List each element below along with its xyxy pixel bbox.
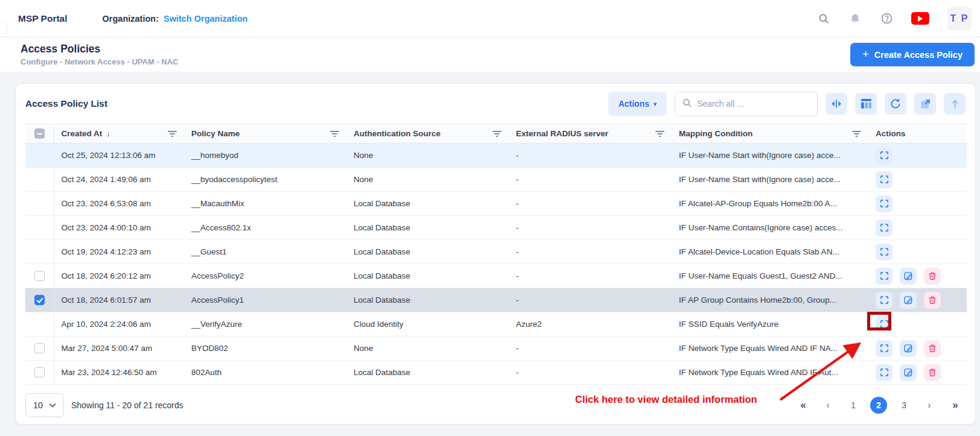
cell-policy-name: __Access802.1x — [184, 216, 346, 240]
columns-icon[interactable] — [855, 93, 877, 115]
cell-auth-source: None — [346, 144, 509, 168]
refresh-icon[interactable] — [885, 93, 906, 115]
sort-desc-icon[interactable]: ↓ — [106, 129, 110, 138]
search-all-input[interactable] — [697, 99, 810, 109]
cell-created-at: Oct 24, 2024 1:49:06 am — [54, 168, 184, 192]
cell-mapping-condition: IF User-Name Start with(Ignore case) acc… — [672, 168, 868, 192]
expand-policy-button[interactable] — [876, 268, 892, 285]
expand-policy-button[interactable] — [876, 171, 892, 188]
pagination-page-1[interactable]: 1 — [845, 397, 862, 414]
access-policy-list-card: Access Policy List Actions▾ — [15, 83, 976, 425]
row-checkbox[interactable] — [34, 367, 45, 378]
cell-auth-source: None — [346, 336, 509, 361]
edit-policy-button[interactable] — [900, 292, 917, 309]
pagination-prev[interactable]: ‹ — [819, 397, 836, 414]
table-row[interactable]: Apr 10, 2024 2:24:06 am __VerifyAzure Cl… — [25, 312, 967, 336]
table-row[interactable]: Oct 23, 2024 6:53:08 am __MacauthMix Loc… — [25, 192, 967, 216]
plus-icon: + — [862, 48, 869, 61]
filter-icon[interactable] — [655, 130, 664, 137]
table-row[interactable]: Mar 27, 2024 5:00:47 am BYOD802 None - I… — [25, 336, 967, 361]
export-icon[interactable] — [944, 93, 966, 115]
pagination-page-2[interactable]: 2 — [870, 397, 887, 414]
filter-icon[interactable] — [330, 130, 339, 137]
cell-created-at: Mar 27, 2024 5:00:47 am — [54, 336, 184, 361]
create-access-policy-button[interactable]: + Create Access Policy — [850, 43, 975, 66]
title-strip: Access Policies Configure - Network Acce… — [0, 37, 980, 72]
cell-auth-source: Local Database — [346, 288, 509, 312]
actions-dropdown-button[interactable]: Actions▾ — [608, 92, 667, 116]
table-row[interactable]: Oct 19, 2024 4:12:23 am __Guest1 Local D… — [25, 240, 967, 264]
fit-columns-icon[interactable] — [826, 93, 847, 115]
breadcrumb: Configure - Network Access - UPAM - NAC — [21, 57, 178, 66]
policy-table-body: Oct 25, 2024 12:13:06 am __homebyod None… — [25, 144, 967, 385]
table-row[interactable]: Oct 18, 2024 6:01:57 am AccessPolicy1 Lo… — [25, 288, 967, 312]
sidebar-collapsed-edge[interactable] — [0, 22, 7, 37]
filter-icon[interactable] — [852, 130, 861, 137]
expand-policy-button[interactable] — [876, 292, 892, 309]
cell-policy-name: __Guest1 — [184, 240, 346, 264]
cell-auth-source: None — [346, 168, 509, 192]
edit-policy-button[interactable] — [900, 364, 917, 381]
row-checkbox[interactable] — [34, 295, 45, 305]
pagination: «‹123›» — [794, 397, 963, 414]
delete-policy-button[interactable] — [924, 340, 941, 357]
col-created-at: Created At — [62, 129, 103, 138]
chevron-down-icon — [49, 403, 56, 408]
cell-auth-source: Local Database — [346, 264, 509, 288]
cell-policy-name: BYOD802 — [184, 336, 346, 361]
expand-policy-button[interactable] — [876, 244, 892, 261]
cell-mapping-condition: IF User-Name Equals Guest1, Guest2 AND..… — [672, 264, 868, 288]
delete-policy-button[interactable] — [924, 364, 941, 381]
youtube-icon[interactable] — [911, 12, 929, 25]
select-all-checkbox[interactable] — [34, 128, 45, 139]
row-checkbox[interactable] — [34, 343, 45, 353]
table-row[interactable]: Oct 18, 2024 6:20:12 am AccessPolicy2 Lo… — [25, 264, 967, 288]
pagination-first[interactable]: « — [794, 397, 811, 414]
cell-radius-server: - — [509, 288, 672, 312]
cell-policy-name: __byodaccesspolicytest — [184, 168, 346, 192]
bell-icon[interactable] — [848, 12, 862, 25]
expand-policy-button[interactable] — [876, 340, 892, 357]
switch-organization-link[interactable]: Switch Organization — [164, 14, 247, 24]
page-size-select[interactable]: 10 — [25, 393, 64, 417]
cell-policy-name: __homebyod — [184, 144, 346, 168]
pagination-last[interactable]: » — [946, 397, 963, 414]
brand-title: MSP Portal — [18, 13, 68, 24]
edit-policy-button[interactable] — [900, 268, 917, 285]
avatar[interactable]: T P — [947, 7, 972, 31]
table-row[interactable]: Oct 25, 2024 12:13:06 am __homebyod None… — [25, 144, 967, 168]
table-row[interactable]: Oct 24, 2024 1:49:06 am __byodaccesspoli… — [25, 168, 967, 192]
edit-policy-button[interactable] — [900, 340, 917, 357]
delete-policy-button[interactable] — [924, 268, 941, 285]
row-checkbox[interactable] — [34, 271, 45, 281]
list-title: Access Policy List — [25, 98, 107, 109]
expand-policy-button[interactable] — [876, 364, 892, 381]
expand-policy-button[interactable] — [876, 195, 892, 212]
delete-policy-button[interactable] — [924, 292, 941, 309]
cell-created-at: Oct 23, 2024 6:53:08 am — [54, 192, 184, 216]
cell-radius-server: - — [509, 168, 672, 192]
pagination-next[interactable]: › — [921, 397, 938, 414]
organization-label: Organization: — [103, 14, 159, 24]
search-icon[interactable] — [817, 12, 830, 25]
filter-icon[interactable] — [492, 130, 501, 137]
cell-created-at: Oct 23, 2024 4:00:10 am — [54, 216, 184, 240]
cell-radius-server: - — [509, 144, 672, 168]
expand-policy-button[interactable] — [876, 220, 892, 236]
search-all-box[interactable] — [675, 92, 818, 116]
table-row[interactable]: Mar 23, 2024 12:46:50 am 802Auth Local D… — [25, 361, 967, 385]
cell-created-at: Apr 10, 2024 2:24:06 am — [54, 312, 184, 336]
chevron-down-icon: ▾ — [654, 101, 657, 107]
open-new-icon[interactable] — [914, 93, 936, 115]
filter-icon[interactable] — [168, 130, 177, 137]
cell-auth-source: Local Database — [346, 361, 509, 385]
expand-policy-button[interactable] — [876, 147, 892, 164]
pagination-page-3[interactable]: 3 — [896, 397, 912, 414]
table-row[interactable]: Oct 23, 2024 4:00:10 am __Access802.1x L… — [25, 216, 967, 240]
expand-policy-button[interactable] — [876, 316, 892, 333]
search-icon — [682, 98, 692, 110]
cell-mapping-condition: IF Alcatel-AP-Group Equals Home2b:00 A..… — [672, 192, 868, 216]
cell-created-at: Mar 23, 2024 12:46:50 am — [54, 361, 184, 385]
help-icon[interactable] — [880, 12, 893, 25]
col-radius-server: External RADIUS server — [516, 129, 608, 138]
